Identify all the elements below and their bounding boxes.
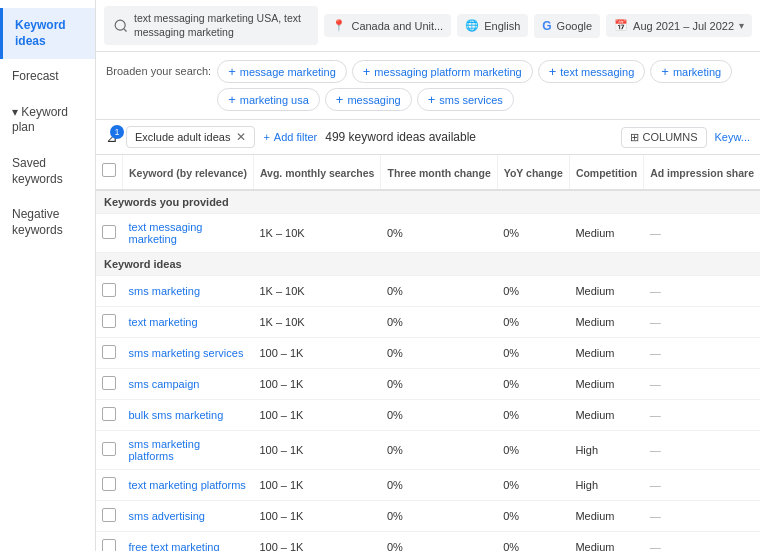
keyword-link[interactable]: text marketing — [129, 316, 198, 328]
engine-selector[interactable]: G Google — [534, 14, 600, 38]
filter-bar: ⊿ 1 Exclude adult ideas ✕ + Add filter 4… — [96, 120, 760, 155]
columns-button[interactable]: ⊞ COLUMNS — [621, 127, 707, 148]
keyword-link[interactable]: sms campaign — [129, 378, 200, 390]
keyword-link[interactable]: free text marketing — [129, 541, 220, 551]
translate-icon: 🌐 — [465, 19, 479, 32]
language-selector[interactable]: 🌐 English — [457, 14, 528, 37]
engine-text: Google — [557, 20, 592, 32]
broaden-chip-5[interactable]: +messaging — [325, 88, 412, 111]
table-row: text marketing 1K – 10K 0% 0% Medium — C… — [96, 306, 760, 337]
filter-badge: 1 — [110, 125, 124, 139]
search-box[interactable]: text messaging marketing USA, text messa… — [104, 6, 318, 45]
location-text: Canada and Unit... — [351, 20, 443, 32]
sidebar-item-keyword-ideas[interactable]: Keyword ideas — [0, 8, 95, 59]
keyword-link[interactable]: sms marketing services — [129, 347, 244, 359]
main-content: text messaging marketing USA, text messa… — [96, 0, 760, 551]
row-checkbox[interactable] — [102, 508, 116, 522]
add-filter-label: Add filter — [274, 131, 317, 143]
broaden-chip-2[interactable]: +text messaging — [538, 60, 646, 83]
sidebar-item-negative-keywords[interactable]: Negative keywords — [0, 197, 95, 248]
sidebar: Keyword ideas Forecast ▾ Keyword plan Sa… — [0, 0, 96, 551]
calendar-icon: 📅 — [614, 19, 628, 32]
sidebar-item-saved-keywords[interactable]: Saved keywords — [0, 146, 95, 197]
broaden-chip-0[interactable]: +message marketing — [217, 60, 347, 83]
exclude-chip: Exclude adult ideas ✕ — [126, 126, 255, 148]
table-row: text messaging marketing 1K – 10K 0% 0% … — [96, 213, 760, 252]
row-checkbox[interactable] — [102, 314, 116, 328]
keyword-link[interactable]: text messaging marketing — [129, 221, 203, 245]
broaden-chip-3[interactable]: +marketing — [650, 60, 732, 83]
keyword-link[interactable]: sms marketing — [129, 285, 201, 297]
keyw-label[interactable]: Keyw... — [715, 131, 750, 143]
google-icon: G — [542, 19, 551, 33]
col-ad-impression[interactable]: Ad impression share — [644, 155, 760, 190]
table-row: sms advertising 100 – 1K 0% 0% Medium — … — [96, 500, 760, 531]
date-range-text: Aug 2021 – Jul 2022 — [633, 20, 734, 32]
col-checkbox[interactable] — [96, 155, 123, 190]
date-range-selector[interactable]: 📅 Aug 2021 – Jul 2022 ▾ — [606, 14, 752, 37]
chevron-down-icon: ▾ — [739, 20, 744, 31]
keyword-link[interactable]: sms advertising — [129, 510, 205, 522]
search-icon — [114, 19, 128, 33]
table-row: sms marketing services 100 – 1K 0% 0% Me… — [96, 337, 760, 368]
row-checkbox[interactable] — [102, 477, 116, 491]
row-checkbox[interactable] — [102, 442, 116, 456]
col-competition[interactable]: Competition — [569, 155, 643, 190]
plus-icon: + — [263, 131, 269, 143]
columns-label: COLUMNS — [643, 131, 698, 143]
row-checkbox[interactable] — [102, 225, 116, 239]
row-checkbox[interactable] — [102, 345, 116, 359]
col-avg-monthly[interactable]: Avg. monthly searches — [253, 155, 381, 190]
table-row: sms marketing platforms 100 – 1K 0% 0% H… — [96, 430, 760, 469]
row-checkbox[interactable] — [102, 283, 116, 297]
broaden-label: Broaden your search: — [106, 60, 211, 82]
table-row: bulk sms marketing 100 – 1K 0% 0% Medium… — [96, 399, 760, 430]
row-checkbox[interactable] — [102, 376, 116, 390]
table-row: sms campaign 100 – 1K 0% 0% Medium — CA$… — [96, 368, 760, 399]
search-text: text messaging marketing USA, text messa… — [134, 12, 308, 39]
section-provided-header: Keywords you provided — [96, 190, 760, 214]
broaden-chip-6[interactable]: +sms services — [417, 88, 514, 111]
table-row: text marketing platforms 100 – 1K 0% 0% … — [96, 469, 760, 500]
broaden-chip-1[interactable]: +messaging platform marketing — [352, 60, 533, 83]
keyword-table: Keyword (by relevance) Avg. monthly sear… — [96, 155, 760, 551]
exclude-close-button[interactable]: ✕ — [236, 130, 246, 144]
location-icon: 📍 — [332, 19, 346, 32]
col-yoy[interactable]: YoY change — [497, 155, 569, 190]
add-filter-button[interactable]: + Add filter — [263, 131, 317, 143]
keyword-link[interactable]: sms marketing platforms — [129, 438, 201, 462]
app-container: Keyword ideas Forecast ▾ Keyword plan Sa… — [0, 0, 760, 551]
col-three-month[interactable]: Three month change — [381, 155, 497, 190]
location-selector[interactable]: 📍 Canada and Unit... — [324, 14, 451, 37]
broaden-chips: +message marketing +messaging platform m… — [217, 60, 750, 111]
broaden-search-row: Broaden your search: +message marketing … — [96, 52, 760, 120]
section-ideas-header: Keyword ideas — [96, 252, 760, 275]
keyword-table-container: Keyword (by relevance) Avg. monthly sear… — [96, 155, 760, 551]
col-keyword[interactable]: Keyword (by relevance) — [123, 155, 254, 190]
keyword-count: 499 keyword ideas available — [325, 130, 612, 144]
topbar: text messaging marketing USA, text messa… — [96, 0, 760, 52]
sidebar-item-keyword-plan[interactable]: ▾ Keyword plan — [0, 95, 95, 146]
language-text: English — [484, 20, 520, 32]
row-checkbox[interactable] — [102, 539, 116, 551]
filter-funnel-wrapper: ⊿ 1 — [106, 129, 118, 145]
exclude-chip-text: Exclude adult ideas — [135, 131, 230, 143]
sidebar-item-forecast[interactable]: Forecast — [0, 59, 95, 95]
columns-icon: ⊞ — [630, 131, 639, 144]
row-checkbox[interactable] — [102, 407, 116, 421]
select-all-checkbox[interactable] — [102, 163, 116, 177]
keyword-link[interactable]: bulk sms marketing — [129, 409, 224, 421]
keyword-link[interactable]: text marketing platforms — [129, 479, 246, 491]
table-row: sms marketing 1K – 10K 0% 0% Medium — CA… — [96, 275, 760, 306]
broaden-chip-4[interactable]: +marketing usa — [217, 88, 320, 111]
table-row: free text marketing 100 – 1K 0% 0% Mediu… — [96, 531, 760, 551]
